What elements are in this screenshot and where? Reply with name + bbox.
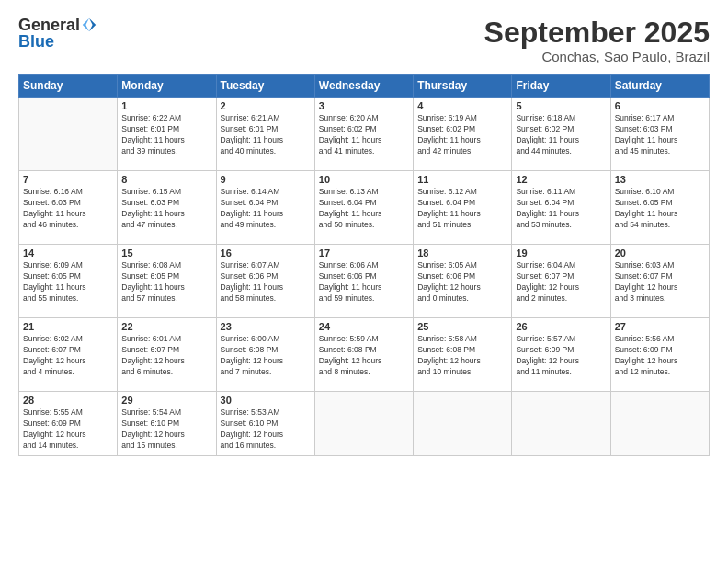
cell-line: Sunrise: 6:21 AM [221, 113, 311, 124]
cell-line: Sunset: 6:06 PM [417, 271, 507, 282]
cell-line: and 6 minutes. [121, 367, 211, 378]
day-number: 19 [516, 247, 606, 259]
day-number: 6 [615, 100, 705, 111]
cell-line: Sunrise: 6:18 AM [516, 113, 606, 124]
day-number: 30 [221, 395, 311, 406]
cell-line: Sunrise: 6:06 AM [319, 260, 409, 271]
calendar-cell: 10Sunrise: 6:13 AMSunset: 6:04 PMDayligh… [314, 171, 413, 245]
cell-line: and 12 minutes. [615, 367, 705, 378]
cell-line: Sunset: 6:03 PM [615, 124, 705, 135]
calendar-cell: 19Sunrise: 6:04 AMSunset: 6:07 PMDayligh… [512, 245, 610, 318]
cell-line: Daylight: 12 hours [121, 430, 211, 441]
cell-line: Daylight: 11 hours [121, 135, 211, 146]
cell-line: Sunset: 6:02 PM [516, 124, 606, 135]
cell-line: Sunset: 6:04 PM [319, 198, 409, 209]
day-number: 11 [417, 174, 507, 185]
cell-line: Sunset: 6:08 PM [417, 345, 507, 356]
day-number: 1 [121, 100, 211, 111]
cell-line: Sunset: 6:05 PM [615, 198, 705, 209]
calendar-cell: 7Sunrise: 6:16 AMSunset: 6:03 PMDaylight… [19, 171, 118, 245]
svg-marker-0 [89, 18, 96, 31]
day-number: 27 [615, 321, 705, 332]
cell-line: Sunrise: 6:15 AM [121, 187, 211, 198]
cell-line: and 55 minutes. [23, 293, 113, 304]
cell-line: and 51 minutes. [417, 220, 507, 231]
calendar-cell: 20Sunrise: 6:03 AMSunset: 6:07 PMDayligh… [610, 245, 709, 318]
day-number: 25 [417, 321, 507, 332]
cell-line: Sunrise: 6:00 AM [221, 334, 311, 345]
cell-line: Sunset: 6:02 PM [319, 124, 409, 135]
calendar-cell [414, 392, 512, 456]
day-number: 3 [319, 100, 409, 111]
cell-line: Daylight: 12 hours [319, 356, 409, 367]
day-number: 21 [23, 321, 113, 332]
cell-line: and 8 minutes. [319, 367, 409, 378]
cell-line: Sunrise: 6:09 AM [23, 260, 113, 271]
cell-line: Daylight: 11 hours [516, 209, 606, 220]
cell-line: and 4 minutes. [23, 367, 113, 378]
cell-line: and 57 minutes. [121, 293, 211, 304]
calendar-cell: 13Sunrise: 6:10 AMSunset: 6:05 PMDayligh… [610, 171, 709, 245]
cell-line: and 7 minutes. [221, 367, 311, 378]
cell-line: Daylight: 12 hours [221, 356, 311, 367]
cell-line: Sunset: 6:04 PM [417, 198, 507, 209]
cell-line: Sunrise: 6:08 AM [121, 260, 211, 271]
cell-line: Daylight: 12 hours [417, 356, 507, 367]
cell-line: Daylight: 12 hours [23, 430, 113, 441]
day-number: 17 [319, 247, 409, 259]
cell-line: Daylight: 11 hours [221, 135, 311, 146]
cell-line: and 41 minutes. [319, 146, 409, 157]
day-number: 15 [121, 247, 211, 259]
day-number: 12 [516, 174, 606, 185]
cell-line: Sunset: 6:03 PM [121, 198, 211, 209]
cell-line: Sunset: 6:01 PM [221, 124, 311, 135]
day-number: 23 [221, 321, 311, 332]
header-friday: Friday [512, 75, 610, 98]
day-number: 8 [121, 174, 211, 185]
cell-line: Sunset: 6:10 PM [221, 419, 311, 430]
cell-line: Sunrise: 6:03 AM [615, 260, 705, 271]
cell-line: and 58 minutes. [221, 293, 311, 304]
calendar-cell: 8Sunrise: 6:15 AMSunset: 6:03 PMDaylight… [118, 171, 216, 245]
cell-line: Sunrise: 6:11 AM [516, 187, 606, 198]
day-number: 20 [615, 247, 705, 259]
cell-line: Sunset: 6:07 PM [23, 345, 113, 356]
cell-line: Sunset: 6:07 PM [615, 271, 705, 282]
cell-line: Daylight: 12 hours [516, 356, 606, 367]
header-sunday: Sunday [19, 75, 118, 98]
calendar-week-2: 14Sunrise: 6:09 AMSunset: 6:05 PMDayligh… [19, 245, 710, 318]
calendar-cell: 1Sunrise: 6:22 AMSunset: 6:01 PMDaylight… [118, 98, 216, 171]
calendar-cell: 14Sunrise: 6:09 AMSunset: 6:05 PMDayligh… [19, 245, 118, 318]
calendar-cell: 30Sunrise: 5:53 AMSunset: 6:10 PMDayligh… [216, 392, 314, 456]
cell-line: Daylight: 11 hours [319, 135, 409, 146]
cell-line: Sunset: 6:06 PM [221, 271, 311, 282]
day-number: 10 [319, 174, 409, 185]
cell-line: Sunset: 6:09 PM [516, 345, 606, 356]
calendar-cell: 11Sunrise: 6:12 AMSunset: 6:04 PMDayligh… [414, 171, 512, 245]
calendar-cell: 3Sunrise: 6:20 AMSunset: 6:02 PMDaylight… [314, 98, 413, 171]
svg-marker-1 [83, 18, 89, 31]
header-monday: Monday [118, 75, 216, 98]
cell-line: Sunrise: 5:54 AM [121, 408, 211, 419]
calendar-cell [512, 392, 610, 456]
calendar-cell: 12Sunrise: 6:11 AMSunset: 6:04 PMDayligh… [512, 171, 610, 245]
header-tuesday: Tuesday [216, 75, 314, 98]
cell-line: and 42 minutes. [417, 146, 507, 157]
cell-line: Sunrise: 6:20 AM [319, 113, 409, 124]
cell-line: Sunset: 6:05 PM [23, 271, 113, 282]
cell-line: and 14 minutes. [23, 441, 113, 452]
cell-line: and 46 minutes. [23, 220, 113, 231]
cell-line: Daylight: 11 hours [516, 135, 606, 146]
cell-line: Sunset: 6:10 PM [121, 419, 211, 430]
cell-line: and 2 minutes. [516, 293, 606, 304]
cell-line: and 49 minutes. [221, 220, 311, 231]
cell-line: Daylight: 11 hours [23, 282, 113, 293]
logo-general-text: General [18, 17, 80, 33]
calendar-table: Sunday Monday Tuesday Wednesday Thursday… [18, 74, 710, 456]
cell-line: Sunset: 6:02 PM [417, 124, 507, 135]
day-number: 22 [121, 321, 211, 332]
header-saturday: Saturday [610, 75, 709, 98]
calendar-week-4: 28Sunrise: 5:55 AMSunset: 6:09 PMDayligh… [19, 392, 710, 456]
cell-line: and 3 minutes. [615, 293, 705, 304]
cell-line: Sunset: 6:09 PM [615, 345, 705, 356]
